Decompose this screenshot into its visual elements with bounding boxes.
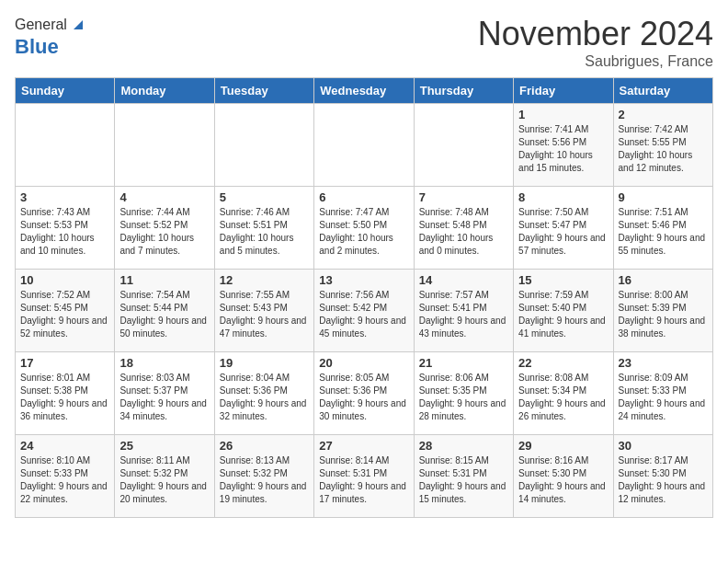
calendar-cell: 23Sunrise: 8:09 AMSunset: 5:33 PMDayligh…: [613, 352, 712, 435]
calendar-week-row: 1Sunrise: 7:41 AMSunset: 5:56 PMDaylight…: [16, 104, 713, 187]
day-number: 29: [518, 439, 608, 453]
cell-info: Sunrise: 7:59 AMSunset: 5:40 PMDaylight:…: [518, 289, 608, 340]
day-number: 27: [319, 439, 408, 453]
calendar-cell: [16, 104, 115, 187]
page-header: General Blue November 2024 Saubrigues, F…: [15, 15, 713, 70]
cell-info: Sunrise: 7:41 AMSunset: 5:56 PMDaylight:…: [518, 123, 608, 175]
logo: General Blue: [15, 15, 86, 59]
calendar-cell: 26Sunrise: 8:13 AMSunset: 5:32 PMDayligh…: [214, 435, 313, 518]
cell-info: Sunrise: 8:14 AMSunset: 5:31 PMDaylight:…: [319, 454, 408, 506]
day-number: 10: [20, 273, 109, 287]
calendar-table: SundayMondayTuesdayWednesdayThursdayFrid…: [15, 77, 713, 518]
calendar-cell: 19Sunrise: 8:04 AMSunset: 5:36 PMDayligh…: [214, 352, 313, 435]
calendar-cell: [314, 104, 414, 187]
calendar-cell: 25Sunrise: 8:11 AMSunset: 5:32 PMDayligh…: [115, 435, 214, 518]
calendar-cell: 9Sunrise: 7:51 AMSunset: 5:46 PMDaylight…: [613, 187, 712, 270]
day-number: 28: [419, 439, 508, 453]
day-number: 15: [518, 273, 608, 287]
calendar-cell: 5Sunrise: 7:46 AMSunset: 5:51 PMDaylight…: [214, 187, 313, 270]
day-number: 18: [119, 356, 209, 370]
cell-info: Sunrise: 8:04 AMSunset: 5:36 PMDaylight:…: [220, 372, 309, 423]
day-number: 5: [220, 190, 309, 204]
day-header-wednesday: Wednesday: [314, 78, 414, 104]
day-number: 30: [619, 439, 708, 453]
cell-info: Sunrise: 8:17 AMSunset: 5:30 PMDaylight:…: [619, 454, 708, 506]
cell-info: Sunrise: 7:51 AMSunset: 5:46 PMDaylight:…: [619, 206, 708, 258]
calendar-cell: 8Sunrise: 7:50 AMSunset: 5:47 PMDaylight…: [514, 187, 613, 270]
cell-info: Sunrise: 8:01 AMSunset: 5:38 PMDaylight:…: [20, 372, 109, 423]
cell-info: Sunrise: 8:06 AMSunset: 5:35 PMDaylight:…: [419, 372, 508, 423]
calendar-cell: 4Sunrise: 7:44 AMSunset: 5:52 PMDaylight…: [115, 187, 214, 270]
day-number: 7: [419, 190, 508, 204]
calendar-cell: 12Sunrise: 7:55 AMSunset: 5:43 PMDayligh…: [214, 270, 313, 352]
calendar-cell: 28Sunrise: 8:15 AMSunset: 5:31 PMDayligh…: [414, 435, 513, 518]
day-number: 17: [20, 356, 109, 370]
cell-info: Sunrise: 7:43 AMSunset: 5:53 PMDaylight:…: [20, 206, 109, 258]
calendar-cell: 11Sunrise: 7:54 AMSunset: 5:44 PMDayligh…: [115, 270, 214, 352]
cell-info: Sunrise: 7:47 AMSunset: 5:50 PMDaylight:…: [319, 206, 408, 258]
calendar-week-row: 10Sunrise: 7:52 AMSunset: 5:45 PMDayligh…: [16, 270, 713, 352]
day-number: 16: [619, 273, 708, 287]
month-title: November 2024: [478, 15, 713, 53]
logo-icon: [70, 15, 86, 31]
day-number: 11: [119, 273, 209, 287]
calendar-cell: [115, 104, 214, 187]
calendar-cell: 21Sunrise: 8:06 AMSunset: 5:35 PMDayligh…: [414, 352, 513, 435]
cell-info: Sunrise: 8:11 AMSunset: 5:32 PMDaylight:…: [119, 454, 209, 506]
calendar-cell: 14Sunrise: 7:57 AMSunset: 5:41 PMDayligh…: [414, 270, 513, 352]
calendar-cell: 30Sunrise: 8:17 AMSunset: 5:30 PMDayligh…: [613, 435, 712, 518]
calendar-cell: 24Sunrise: 8:10 AMSunset: 5:33 PMDayligh…: [16, 435, 115, 518]
cell-info: Sunrise: 7:56 AMSunset: 5:42 PMDaylight:…: [319, 289, 408, 340]
day-number: 2: [619, 108, 708, 121]
day-number: 8: [518, 190, 608, 204]
calendar-cell: 17Sunrise: 8:01 AMSunset: 5:38 PMDayligh…: [16, 352, 115, 435]
day-number: 4: [119, 190, 209, 204]
cell-info: Sunrise: 8:03 AMSunset: 5:37 PMDaylight:…: [119, 372, 209, 423]
cell-info: Sunrise: 7:50 AMSunset: 5:47 PMDaylight:…: [518, 206, 608, 258]
calendar-header-row: SundayMondayTuesdayWednesdayThursdayFrid…: [16, 78, 713, 104]
calendar-cell: 16Sunrise: 8:00 AMSunset: 5:39 PMDayligh…: [613, 270, 712, 352]
day-header-tuesday: Tuesday: [214, 78, 313, 104]
day-number: 25: [119, 439, 209, 453]
calendar-cell: 22Sunrise: 8:08 AMSunset: 5:34 PMDayligh…: [514, 352, 613, 435]
day-header-monday: Monday: [115, 78, 214, 104]
cell-info: Sunrise: 7:57 AMSunset: 5:41 PMDaylight:…: [419, 289, 508, 340]
day-header-saturday: Saturday: [613, 78, 712, 104]
calendar-cell: 20Sunrise: 8:05 AMSunset: 5:36 PMDayligh…: [314, 352, 414, 435]
day-number: 23: [619, 356, 708, 370]
day-number: 12: [220, 273, 309, 287]
day-header-thursday: Thursday: [414, 78, 513, 104]
calendar-cell: 2Sunrise: 7:42 AMSunset: 5:55 PMDaylight…: [613, 104, 712, 187]
calendar-cell: 10Sunrise: 7:52 AMSunset: 5:45 PMDayligh…: [16, 270, 115, 352]
day-header-sunday: Sunday: [16, 78, 115, 104]
calendar-week-row: 3Sunrise: 7:43 AMSunset: 5:53 PMDaylight…: [16, 187, 713, 270]
day-number: 22: [518, 356, 608, 370]
cell-info: Sunrise: 8:16 AMSunset: 5:30 PMDaylight:…: [518, 454, 608, 506]
day-number: 3: [20, 190, 109, 204]
day-number: 13: [319, 273, 408, 287]
day-number: 24: [20, 439, 109, 453]
logo-general-text: General: [15, 17, 67, 33]
calendar-cell: 7Sunrise: 7:48 AMSunset: 5:48 PMDaylight…: [414, 187, 513, 270]
cell-info: Sunrise: 7:44 AMSunset: 5:52 PMDaylight:…: [119, 206, 209, 258]
day-number: 20: [319, 356, 408, 370]
day-number: 9: [619, 190, 708, 204]
cell-info: Sunrise: 7:48 AMSunset: 5:48 PMDaylight:…: [419, 206, 508, 258]
cell-info: Sunrise: 8:08 AMSunset: 5:34 PMDaylight:…: [518, 372, 608, 423]
day-number: 21: [419, 356, 508, 370]
day-number: 1: [518, 108, 608, 121]
calendar-cell: 6Sunrise: 7:47 AMSunset: 5:50 PMDaylight…: [314, 187, 414, 270]
location: Saubrigues, France: [478, 53, 713, 70]
calendar-cell: [214, 104, 313, 187]
cell-info: Sunrise: 7:46 AMSunset: 5:51 PMDaylight:…: [220, 206, 309, 258]
svg-marker-0: [74, 20, 83, 29]
calendar-body: 1Sunrise: 7:41 AMSunset: 5:56 PMDaylight…: [16, 104, 713, 518]
calendar-cell: 13Sunrise: 7:56 AMSunset: 5:42 PMDayligh…: [314, 270, 414, 352]
cell-info: Sunrise: 7:52 AMSunset: 5:45 PMDaylight:…: [20, 289, 109, 340]
title-area: November 2024 Saubrigues, France: [478, 15, 713, 70]
calendar-week-row: 24Sunrise: 8:10 AMSunset: 5:33 PMDayligh…: [16, 435, 713, 518]
day-number: 14: [419, 273, 508, 287]
day-number: 6: [319, 190, 408, 204]
logo-blue-text: Blue: [15, 35, 59, 59]
calendar-cell: 1Sunrise: 7:41 AMSunset: 5:56 PMDaylight…: [514, 104, 613, 187]
